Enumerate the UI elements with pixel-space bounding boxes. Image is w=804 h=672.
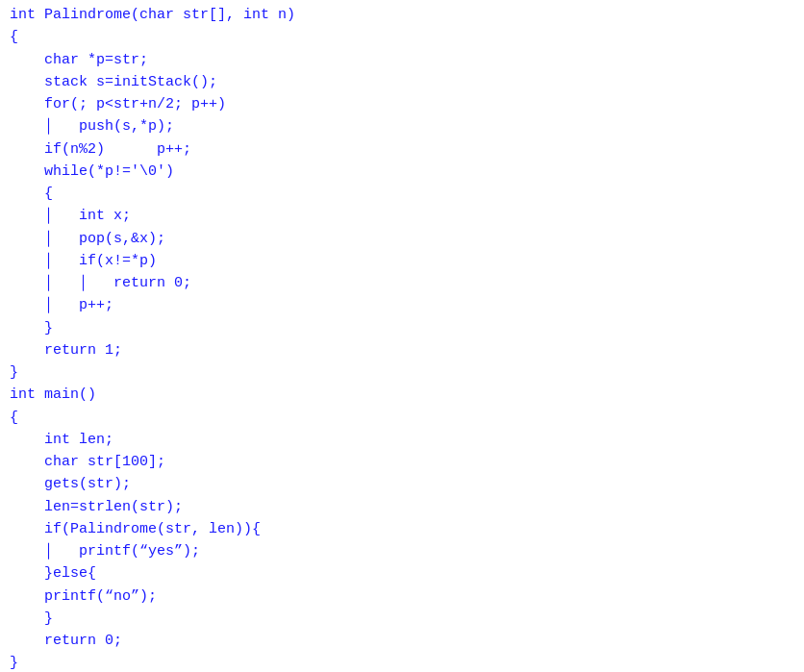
code-text: if(Palindrome(str, len)){: [10, 518, 261, 540]
code-text: │ if(x!=*p): [10, 250, 157, 272]
code-line: int main(): [0, 384, 804, 406]
code-line: int Palindrome(char str[], int n): [0, 4, 804, 26]
code-line: if(n%2) p++;: [0, 138, 804, 161]
code-text: }: [10, 361, 18, 384]
code-text: │ pop(s,&x);: [10, 228, 165, 250]
code-text: if(n%2) p++;: [10, 138, 191, 161]
code-line: printf(“no”);: [0, 585, 804, 608]
code-text: printf(“no”);: [10, 585, 157, 608]
code-line: │ │ return 0;: [0, 272, 804, 294]
code-text: {: [10, 26, 18, 48]
code-text: int Palindrome(char str[], int n): [10, 4, 295, 26]
code-text: │ printf(“yes”);: [10, 540, 200, 562]
code-text: │ int x;: [10, 205, 131, 227]
code-text: }: [10, 317, 53, 339]
code-text: {: [10, 183, 53, 205]
code-text: gets(str);: [10, 473, 131, 495]
code-line: {: [0, 183, 804, 205]
code-text: │ │ return 0;: [10, 272, 191, 294]
code-line: }: [0, 361, 804, 384]
code-line: {: [0, 407, 804, 429]
code-text: char *p=str;: [10, 49, 148, 71]
code-line: gets(str);: [0, 473, 804, 495]
code-line: │ p++;: [0, 294, 804, 316]
code-line: }: [0, 652, 804, 672]
code-line: }: [0, 317, 804, 339]
code-text: }: [10, 608, 53, 630]
code-line: │ pop(s,&x);: [0, 228, 804, 250]
code-text: int len;: [10, 429, 113, 451]
code-line: len=strlen(str);: [0, 496, 804, 518]
code-editor: int Palindrome(char str[], int n){ char …: [0, 0, 804, 672]
code-line: │ if(x!=*p): [0, 250, 804, 272]
code-line: if(Palindrome(str, len)){: [0, 518, 804, 540]
code-line: return 1;: [0, 339, 804, 361]
code-text: }: [10, 652, 18, 672]
code-line: }: [0, 608, 804, 630]
code-line: {: [0, 26, 804, 48]
code-line: for(; p<str+n/2; p++): [0, 93, 804, 115]
code-text: {: [10, 407, 18, 429]
code-line: │ push(s,*p);: [0, 115, 804, 137]
code-text: int main(): [10, 384, 96, 406]
code-line: char str[100];: [0, 451, 804, 473]
code-line: char *p=str;: [0, 49, 804, 71]
code-text: │ p++;: [10, 294, 113, 316]
code-line: return 0;: [0, 630, 804, 652]
code-line: while(*p!='\0'): [0, 161, 804, 183]
code-text: len=strlen(str);: [10, 496, 183, 518]
code-text: }else{: [10, 562, 96, 585]
code-text: return 1;: [10, 339, 122, 361]
code-text: while(*p!='\0'): [10, 161, 174, 183]
code-line: stack s=initStack();: [0, 71, 804, 93]
code-text: stack s=initStack();: [10, 71, 217, 93]
code-line: int len;: [0, 429, 804, 451]
code-line: }else{: [0, 562, 804, 585]
code-text: for(; p<str+n/2; p++): [10, 93, 226, 115]
code-line: │ printf(“yes”);: [0, 540, 804, 562]
code-text: │ push(s,*p);: [10, 115, 174, 137]
code-text: char str[100];: [10, 451, 165, 473]
code-text: return 0;: [10, 630, 122, 652]
code-line: │ int x;: [0, 205, 804, 227]
